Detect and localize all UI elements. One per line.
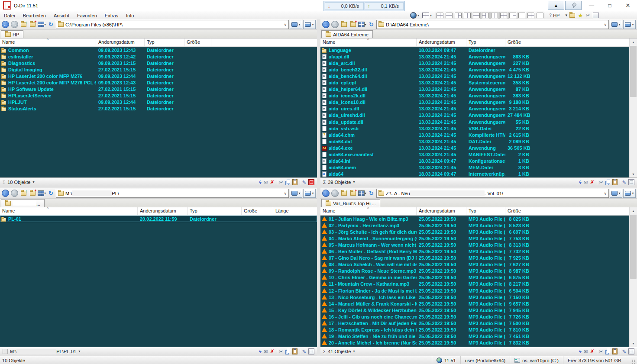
forward-button[interactable]: →	[331, 20, 339, 29]
views-button[interactable]: ▾	[358, 20, 366, 29]
file-row[interactable]: HPLJUT09.09.2023 12:44Dateiordner	[0, 99, 317, 106]
column-header[interactable]: Größe	[505, 207, 532, 215]
favorites-folder-button[interactable]: ★	[349, 189, 357, 197]
folder-view-button-2[interactable]: ▾	[303, 20, 316, 29]
folder-view-button[interactable]: ▾	[610, 189, 622, 198]
up-button[interactable]: ↑	[19, 189, 28, 197]
favorites-folder-button[interactable]: ★	[29, 20, 37, 29]
file-row[interactable]: 02 - Partymix - Herzerltanz.mp325.05.202…	[320, 222, 637, 229]
menu-ansicht[interactable]: Ansicht	[50, 12, 73, 19]
chevron-down-icon[interactable]: ▾	[78, 350, 80, 353]
rename-icon[interactable]: ✉	[584, 349, 588, 354]
edit-icon[interactable]: ✎	[622, 180, 626, 185]
file-row[interactable]: aida_bench32.dll13.03.2024 21:45Anwendun…	[320, 66, 637, 73]
file-row[interactable]: aida_cpl.cpl13.03.2024 21:45Systemsteuer…	[320, 79, 637, 86]
file-row[interactable]: aida64.mem13.03.2024 21:45MEM-Datei3 KB	[320, 164, 637, 171]
folder-tab[interactable]: AIDA64 Extreme	[321, 30, 373, 38]
views-button[interactable]: ▾	[358, 189, 366, 197]
folder-tab[interactable]: ...	[1, 199, 45, 207]
folder-tab[interactable]: Var_Buut's Top Hi ...	[321, 199, 380, 207]
file-row[interactable]: 09 - Randolph Rose - Neue Sterne.mp325.0…	[320, 268, 637, 274]
copy-icon[interactable]	[605, 349, 610, 354]
chevron-down-icon[interactable]: ▾	[353, 180, 355, 184]
file-row[interactable]: 08 - Marco Schelch - Was will sie mit de…	[320, 261, 637, 268]
delete-icon[interactable]: ✗	[590, 179, 595, 185]
layout-preset-4[interactable]	[463, 12, 472, 19]
file-row[interactable]: aida_arc.dll13.03.2024 21:45Anwendungser…	[320, 60, 637, 66]
file-row[interactable]: 07 - Gino Dal Nero - Sag mir wann (DJ Re…	[320, 255, 637, 261]
menu-favoriten[interactable]: Favoriten	[73, 12, 101, 19]
column-header[interactable]: Änderungsdatum	[138, 207, 188, 215]
object-count[interactable]: 10 Objekte	[7, 180, 30, 185]
menu-bearbeiten[interactable]: Bearbeiten	[19, 12, 50, 19]
favorites-folder-button[interactable]: ★	[349, 20, 357, 29]
file-row[interactable]: aida64.chm13.03.2024 21:45Kompilierte HT…	[320, 132, 637, 138]
file-row[interactable]: 01 - Julian Haag - Wie ein Blitz.mp325.0…	[320, 216, 637, 222]
layout-preset-7[interactable]	[490, 12, 499, 19]
file-row[interactable]: Language18.03.2024 09:47Dateiordner	[320, 47, 637, 53]
address-dropdown[interactable]: ∨	[284, 191, 287, 196]
object-count[interactable]: M:\PL\PL-01	[10, 349, 76, 354]
refresh-button[interactable]: ↻	[367, 189, 375, 197]
column-header[interactable]: Typ	[466, 39, 505, 46]
file-row[interactable]: 18 - Romantik Express - Ich küss dein He…	[320, 327, 637, 333]
file-row[interactable]: aida64.exe.manifest13.03.2024 21:45MANIF…	[320, 151, 637, 158]
forward-button[interactable]: →	[10, 189, 19, 197]
file-row[interactable]: afaapi.dll13.03.2024 21:45Anwendungserw.…	[320, 53, 637, 60]
file-row[interactable]: aida_icons10.dll13.03.2024 21:45Anwendun…	[320, 99, 637, 106]
file-row[interactable]: aida_helper64.dll13.03.2024 21:45Anwendu…	[320, 86, 637, 93]
file-row[interactable]: 06 - Ben Muller - Geflasht (Rod Berry Mi…	[320, 248, 637, 254]
file-row[interactable]: 03 - Jörg Schulte - Ich geh für dich dur…	[320, 229, 637, 235]
object-count[interactable]: 41 Objekte	[328, 349, 351, 354]
resize-grip[interactable]	[632, 359, 636, 364]
address-dropdown[interactable]: ∨	[284, 23, 287, 27]
favorites-dropdown[interactable]: ▾	[565, 13, 567, 17]
copy-icon[interactable]	[285, 349, 290, 354]
paste-icon[interactable]	[292, 179, 297, 185]
column-header[interactable]: Änderungsdatum	[417, 207, 466, 215]
file-row[interactable]: aida_icons2k.dll13.03.2024 21:45Anwendun…	[320, 93, 637, 99]
column-header[interactable]: Größe	[242, 207, 273, 215]
file-row[interactable]: 16 - Jelfi - Gib uns noch eine Chance.mp…	[320, 313, 637, 320]
paste-icon[interactable]	[292, 348, 297, 354]
tree-pane-button[interactable]	[592, 12, 600, 19]
vertical-scrollbar[interactable]: ▲ ▼	[629, 207, 637, 347]
layout-preset-10[interactable]	[517, 12, 526, 19]
cut-icon[interactable]: ✂	[599, 180, 603, 185]
file-row[interactable]: aida_uires.dll13.03.2024 21:45Anwendungs…	[320, 106, 637, 112]
file-row[interactable]: Common09.09.2023 12:43Dateiordner	[0, 47, 317, 53]
column-header[interactable]: Größe	[184, 39, 211, 46]
print-folder-button[interactable]	[569, 12, 576, 19]
file-row[interactable]: HP LaserJet 200 color MFP M27609.09.2023…	[0, 73, 317, 79]
file-row[interactable]: 05 - Marcus Hofmann - Wer wenn nicht D..…	[320, 242, 637, 248]
column-header[interactable]: Größe	[505, 39, 532, 46]
close-button[interactable]: ✕	[619, 0, 637, 11]
forward-button[interactable]: →	[331, 189, 339, 197]
menu-extras[interactable]: Extras	[101, 12, 122, 19]
file-row[interactable]: aida64.ini18.03.2024 09:47Konfigurations…	[320, 158, 637, 164]
rollup-button[interactable]: ▲	[548, 1, 564, 10]
column-header[interactable]: Länge	[273, 207, 312, 215]
delete-icon[interactable]: ✗	[590, 348, 595, 354]
layout-preset-1[interactable]	[436, 12, 444, 19]
copy-icon[interactable]	[285, 180, 290, 185]
folder-view-button-2[interactable]: ▾	[303, 189, 316, 198]
favorites-star-button[interactable]: ★	[577, 12, 584, 19]
column-header[interactable]: Typ	[188, 207, 242, 215]
file-row[interactable]: Digital Imaging27.02.2021 15:15Dateiordn…	[0, 66, 317, 73]
paste-icon[interactable]	[612, 179, 618, 185]
file-row[interactable]: PL-0120.02.2022 11:59Dateiordner	[0, 216, 317, 222]
edit-icon[interactable]: ✎	[302, 349, 306, 354]
pane-indicator-icon[interactable]	[308, 179, 314, 185]
address-bar[interactable]: D:\AIDA64 Extreme\ ∨	[376, 20, 609, 29]
column-header[interactable]: Änderungsdatum	[417, 39, 466, 46]
layout-main-button[interactable]: ▾	[421, 12, 433, 19]
layout-preset-11[interactable]	[527, 12, 535, 19]
back-button[interactable]: ←	[322, 189, 330, 197]
filter-icon[interactable]: ϟ	[579, 180, 582, 185]
column-header[interactable]: Änderungsdatum	[96, 39, 145, 46]
file-row[interactable]: aida64.exe13.03.2024 21:45Anwendung36 50…	[320, 145, 637, 151]
layout-preset-5[interactable]	[472, 12, 481, 19]
refresh-button[interactable]: ↻	[47, 189, 55, 197]
filter-icon[interactable]: ϟ	[259, 349, 262, 354]
